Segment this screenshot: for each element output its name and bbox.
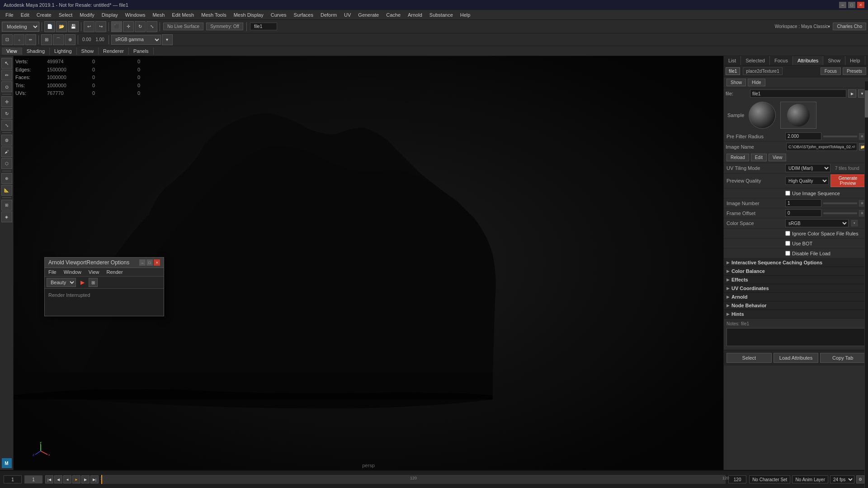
section-arnold[interactable]: ▶ Arnold	[724, 293, 868, 301]
anim-settings-button[interactable]: ⚙	[856, 475, 864, 483]
section-hints[interactable]: ▶ Hints	[724, 310, 868, 319]
viewport[interactable]: RRCG人人素材RRCG人人素材 RRCG人人素材RRCG人人素材 RRCG人人…	[14, 56, 723, 470]
uv-tiling-select[interactable]: UDIM (Mari) Zbrush Mudbox	[785, 164, 830, 172]
lt-lasso-btn[interactable]: ⊙	[1, 81, 12, 92]
lt-extra2-btn[interactable]: ◈	[1, 211, 12, 222]
presets-button[interactable]: Presets	[843, 67, 866, 75]
menu-curves[interactable]: Curves	[267, 11, 290, 19]
generate-preview-button[interactable]: Generate Preview	[830, 174, 865, 187]
image-number-input[interactable]	[785, 199, 821, 207]
current-frame-input[interactable]	[24, 475, 42, 483]
minimize-button[interactable]: –	[839, 2, 846, 8]
menu-uv[interactable]: UV	[340, 11, 354, 19]
panel-tab-attributes[interactable]: Attributes	[793, 56, 823, 65]
tab-lighting[interactable]: Lighting	[50, 47, 77, 55]
menu-generate[interactable]: Generate	[354, 11, 382, 19]
focus-button[interactable]: Focus	[821, 67, 841, 75]
panel-tab-show[interactable]: Show	[823, 56, 845, 65]
snap-point-btn[interactable]: ⊕	[65, 34, 75, 45]
component-mode-btn[interactable]: ⬦	[14, 34, 24, 45]
menu-arnold[interactable]: Arnold	[404, 11, 426, 19]
go-start-button[interactable]: |◀	[45, 475, 53, 483]
scale-tool-button[interactable]: ⤡	[146, 21, 157, 32]
lt-select-btn[interactable]: ↖	[1, 58, 12, 69]
snap-grid-btn[interactable]: ⊞	[41, 34, 52, 45]
notes-textarea[interactable]	[726, 328, 865, 346]
dialog-menu-view[interactable]: View	[85, 268, 103, 276]
dialog-minimize-button[interactable]: –	[139, 259, 146, 266]
section-node-behavior[interactable]: ▶ Node Behavior	[724, 301, 868, 310]
menu-edit[interactable]: Edit	[17, 11, 33, 19]
pre-filter-slider[interactable]	[823, 136, 857, 137]
use-img-seq-checkbox[interactable]	[785, 191, 790, 196]
play-forward-button[interactable]: ►	[72, 475, 80, 483]
menu-windows[interactable]: Windows	[122, 11, 149, 19]
frame-offset-slider[interactable]	[823, 212, 857, 214]
lt-scale-btn[interactable]: ⤡	[1, 120, 12, 131]
disable-load-checkbox[interactable]	[785, 251, 790, 256]
mode-dropdown[interactable]: Modeling Rigging Animation	[2, 22, 39, 32]
menu-file[interactable]: File	[2, 11, 17, 19]
panel-tab-focus[interactable]: Focus	[770, 56, 793, 65]
hide-button[interactable]: Hide	[748, 79, 765, 86]
menu-help[interactable]: Help	[457, 11, 474, 19]
pre-filter-input[interactable]	[785, 132, 821, 140]
play-back-button[interactable]: ◄	[63, 475, 71, 483]
tab-show[interactable]: Show	[77, 47, 99, 55]
panel-tab-list[interactable]: List	[724, 56, 741, 65]
menu-mesh[interactable]: Mesh	[149, 11, 168, 19]
dialog-grid-button[interactable]: ⊞	[89, 278, 98, 287]
lt-snap-btn[interactable]: ⊕	[1, 173, 12, 184]
no-character-set-button[interactable]: No Character Set	[749, 475, 790, 483]
scrollbar[interactable]	[864, 81, 868, 470]
gamma-dropdown[interactable]: sRGB gamma Linear	[111, 35, 161, 45]
node1-button[interactable]: file1	[726, 67, 740, 75]
panel-tab-help[interactable]: Help	[845, 56, 865, 65]
new-file-button[interactable]: 📄	[44, 21, 55, 32]
tab-panels[interactable]: Panels	[129, 47, 154, 55]
dialog-maximize-button[interactable]: □	[146, 259, 153, 266]
lt-move-btn[interactable]: ✛	[1, 96, 12, 107]
menu-edit-mesh[interactable]: Edit Mesh	[168, 11, 198, 19]
next-frame-button[interactable]: ▶	[81, 475, 90, 483]
redo-button[interactable]: ↪	[95, 21, 106, 32]
dialog-menu-render[interactable]: Render	[103, 268, 127, 276]
section-uv-coordinates[interactable]: ▶ UV Coordinates	[724, 284, 868, 293]
color-space-select[interactable]: sRGB Linear Raw	[785, 219, 849, 227]
menu-modify[interactable]: Modify	[76, 11, 98, 19]
frame-offset-input[interactable]	[785, 209, 821, 217]
fps-dropdown[interactable]: 24 fps 30 fps 60 fps	[830, 475, 854, 483]
menu-cache[interactable]: Cache	[382, 11, 404, 19]
dialog-menu-window[interactable]: Window	[60, 268, 85, 276]
file-expand-button[interactable]: ▶	[848, 89, 856, 98]
lt-sculpt-btn[interactable]: 🖌	[1, 146, 12, 157]
section-interactive-sequence[interactable]: ▶ Interactive Sequence Caching Options	[724, 258, 868, 267]
lt-measure-btn[interactable]: 📐	[1, 185, 12, 196]
undo-button[interactable]: ↩	[84, 21, 94, 32]
reload-button[interactable]: Reload	[726, 154, 749, 161]
maximize-button[interactable]: □	[848, 2, 855, 8]
menu-create[interactable]: Create	[33, 11, 55, 19]
lt-deform-btn[interactable]: ⬡	[1, 158, 12, 169]
no-anim-layer-button[interactable]: No Anim Layer	[792, 475, 828, 483]
edit-button[interactable]: Edit	[751, 154, 767, 161]
image-name-input[interactable]	[786, 143, 857, 151]
beauty-dropdown[interactable]: Beauty	[47, 278, 76, 287]
menu-surfaces[interactable]: Surfaces	[290, 11, 317, 19]
show-button[interactable]: Show	[726, 79, 746, 86]
tab-shading[interactable]: Shading	[22, 47, 50, 55]
start-frame-input[interactable]	[4, 475, 22, 483]
lt-extra1-btn[interactable]: ⊞	[1, 200, 12, 211]
prev-frame-button[interactable]: ◀	[54, 475, 62, 483]
snap-curve-btn[interactable]: ⌒	[53, 34, 64, 45]
ignore-cs-checkbox[interactable]	[785, 231, 790, 236]
menu-substance[interactable]: Substance	[426, 11, 457, 19]
tab-renderer[interactable]: Renderer	[99, 47, 129, 55]
go-end-button[interactable]: ▶|	[90, 475, 99, 483]
scrollbar-thumb[interactable]	[865, 90, 868, 117]
save-file-button[interactable]: 💾	[68, 21, 79, 32]
select-tool-button[interactable]: ⬛	[111, 21, 122, 32]
panel-tab-selected[interactable]: Selected	[741, 56, 770, 65]
load-attributes-button[interactable]: Load Attributes	[774, 353, 819, 363]
rotate-tool-button[interactable]: ↻	[135, 21, 146, 32]
